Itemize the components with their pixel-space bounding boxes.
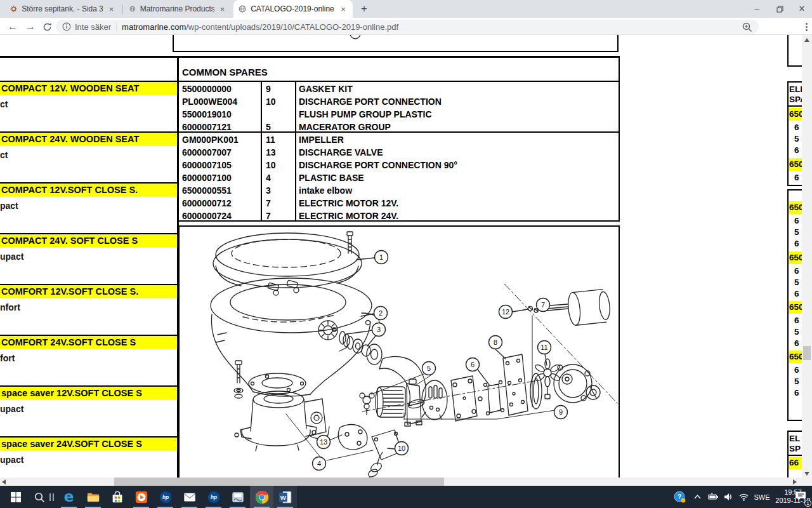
tab-matromarine-products[interactable]: Matromarine Products | Product × <box>124 0 231 18</box>
battery-icon <box>708 493 719 501</box>
restore-icon <box>776 6 783 13</box>
callout-8: 8 <box>489 336 506 359</box>
battery-tray-icon[interactable] <box>705 486 721 508</box>
window-restore-button[interactable] <box>768 0 791 18</box>
product-row-title: COMPACT 12V.SOFT CLOSE S. <box>0 184 177 197</box>
table-border-line <box>261 81 262 220</box>
hp-support-tray-icon[interactable]: ? <box>669 486 690 508</box>
window-close-button[interactable]: × <box>790 0 812 18</box>
forward-button[interactable]: → <box>23 19 38 34</box>
right-table-header: EL <box>789 434 802 443</box>
window-minimize-button[interactable]: – <box>745 0 768 18</box>
tray-chevron-button[interactable] <box>690 486 705 508</box>
svg-text:2: 2 <box>379 309 383 317</box>
exploded-diagram-figure: 1 2 <box>178 225 620 478</box>
toilet-exploded-drawing: 1 2 <box>180 227 619 478</box>
callout-11: 11 <box>538 341 551 366</box>
taskbar-hp2-button[interactable]: hp <box>202 486 225 508</box>
url-host: matromarine.com <box>122 22 186 32</box>
part-desc: FLUSH PUMP GROUP PLASTIC <box>299 108 432 121</box>
helm-favicon-icon <box>10 4 17 13</box>
task-view-button[interactable] <box>46 486 57 508</box>
chevron-up-icon <box>694 495 701 499</box>
part-code: 6000007100 <box>182 171 232 184</box>
taskbar-hp-button[interactable]: hp <box>154 486 177 508</box>
svg-text:7: 7 <box>541 301 545 309</box>
scroll-up-arrow-icon[interactable] <box>804 38 809 42</box>
part-desc: PLASTIC BASE <box>299 171 364 184</box>
scroll-right-arrow-icon[interactable] <box>793 479 797 485</box>
part-desc: ELECTRIC MOTOR 12V. <box>299 197 398 210</box>
scroll-down-arrow-icon[interactable] <box>804 472 809 476</box>
reload-icon <box>43 22 52 32</box>
microsoft-store-icon <box>110 490 124 504</box>
product-row-sub: ct <box>0 150 8 160</box>
new-tab-button[interactable]: + <box>357 2 372 17</box>
part-desc: DISCHARGE PORT CONNECTION 90° <box>299 159 457 171</box>
base-gasket-plate-drawing <box>338 425 367 450</box>
table-border-line <box>619 56 620 222</box>
vertical-scrollbar-thumb[interactable] <box>803 346 811 360</box>
taskbar-scan-app-button[interactable] <box>226 486 249 508</box>
taskbar-word-button[interactable]: W <box>273 486 297 508</box>
svg-text:hp: hp <box>210 495 216 500</box>
product-row-sub: upact <box>0 455 23 465</box>
back-button[interactable]: ← <box>5 19 20 34</box>
horizontal-scrollbar-thumb[interactable] <box>114 478 444 486</box>
tab-close-icon[interactable]: × <box>107 4 115 14</box>
tab-close-icon[interactable]: × <box>219 4 226 14</box>
taskbar-edge-button[interactable]: e <box>57 486 81 508</box>
product-row-title: COMFORT 24V.SOFT CLOSE S <box>0 336 177 349</box>
right-part-code: 650 <box>789 108 802 121</box>
motor-bracket-drawing <box>484 381 504 415</box>
start-button[interactable] <box>4 486 27 508</box>
task-view-icon <box>49 493 55 502</box>
right-part-code: 650 <box>789 251 802 264</box>
part-code: 6500000551 <box>182 184 232 197</box>
keyboard-language-button[interactable]: SWE <box>752 486 772 508</box>
part-code: 5500000000 <box>182 83 232 95</box>
action-center-button[interactable]: 1 <box>792 486 812 508</box>
browser-menu-kebab-icon[interactable] <box>801 20 812 33</box>
windows-taskbar: e <box>0 486 812 508</box>
toilet-bowl-drawing <box>211 278 379 396</box>
table-border-line <box>295 81 296 220</box>
address-bar[interactable]: Inte säker matromarine.com /wp-content/u… <box>56 20 759 34</box>
part-code: 6000000724 <box>182 210 232 222</box>
omnibox-divider <box>116 22 117 31</box>
product-row-title: COMPACT 12V. WOODEN SEAT <box>0 82 177 95</box>
part-desc: intake elbow <box>299 184 352 197</box>
tab-close-icon[interactable]: × <box>339 4 348 14</box>
table-border-line <box>787 105 803 107</box>
axis-centerline <box>504 284 617 403</box>
info-icon <box>62 22 71 31</box>
language-label: SWE <box>754 493 769 501</box>
product-row-title: space saver 12V.SOFT CLOSE S <box>0 387 177 400</box>
part-qty: 11 <box>266 133 275 146</box>
svg-text:9: 9 <box>559 408 563 416</box>
part-desc: GASKET KIT <box>299 83 353 95</box>
previous-figure-fragment <box>174 35 617 51</box>
zoom-page-icon[interactable] <box>742 22 752 32</box>
edge-icon: e <box>64 490 74 504</box>
right-part-code: 650 <box>789 201 802 214</box>
taskbar-chrome-button[interactable] <box>250 486 273 508</box>
part-code: GM000PK001 <box>182 133 239 146</box>
security-label[interactable]: Inte säker <box>75 22 111 32</box>
part-code: 5500019010 <box>182 108 232 121</box>
spares-table-title: COMMON SPARES <box>182 67 268 77</box>
tab-forum-page[interactable]: Större sepitank. - Sida 3 - Bygg & × <box>5 0 121 18</box>
taskbar-store-button[interactable] <box>105 486 129 508</box>
scroll-left-arrow-icon[interactable] <box>2 479 6 485</box>
part-qty: 10 <box>266 95 276 108</box>
vertical-scrollbar-track[interactable] <box>802 35 812 486</box>
taskbar-mail-button[interactable] <box>178 486 201 508</box>
wifi-tray-icon[interactable] <box>735 486 752 508</box>
taskbar-explorer-button[interactable] <box>81 486 105 508</box>
reload-button[interactable] <box>39 19 55 34</box>
tab-catalog-pdf-active[interactable]: CATALOGO-2019-online.pdf × <box>233 0 353 18</box>
svg-text:4: 4 <box>317 460 321 467</box>
windows-logo-icon <box>10 491 22 503</box>
volume-tray-icon[interactable] <box>721 486 736 508</box>
taskbar-media-button[interactable] <box>129 486 153 508</box>
